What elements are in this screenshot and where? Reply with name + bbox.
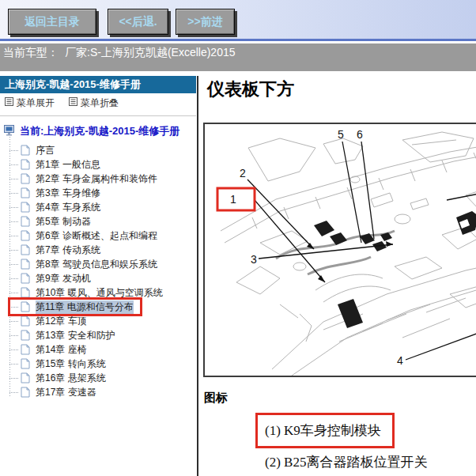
- tree-item-label: 第13章 安全和防护: [36, 329, 115, 342]
- callout-4: 4: [397, 354, 403, 367]
- content-pane: 仪表板下方: [199, 76, 476, 476]
- diagram-image: 1 2 3 4 5 6: [203, 123, 476, 377]
- callout-5: 5: [338, 128, 344, 141]
- tree-connector: [9, 164, 18, 165]
- page-title: 仪表板下方: [207, 77, 294, 101]
- document-icon: [21, 202, 30, 213]
- list-icon: [5, 97, 13, 108]
- tree-connector: [9, 236, 18, 236]
- tree-item-label: 第5章 制动器: [36, 215, 91, 229]
- tree-item-label: 第14章 座椅: [36, 343, 87, 357]
- tree-item-ch5[interactable]: 第5章 制动器: [0, 214, 196, 229]
- tree-item-label: 第11章 电源和信号分布: [36, 300, 134, 314]
- dashboard-diagram: 1 2 3 4 5 6: [205, 124, 476, 376]
- tree-connector: [9, 150, 18, 151]
- tree-connector: [9, 321, 18, 322]
- tree-item-label: 第1章 一般信息: [36, 158, 100, 172]
- document-icon: [21, 315, 30, 327]
- list-icon: [69, 97, 77, 108]
- tree-item-ch12[interactable]: 第12章 车顶: [0, 314, 196, 328]
- tree-item-ch6[interactable]: 第6章 诊断概述、起点和编程: [0, 229, 196, 243]
- document-icon: [21, 145, 30, 156]
- forward-button[interactable]: >>前进: [176, 9, 235, 35]
- tree-item-ch2[interactable]: 第2章 车身金属构件和装饰件: [0, 172, 196, 186]
- document-icon: [21, 372, 30, 383]
- tree-item-preface[interactable]: 序言: [0, 143, 196, 157]
- document-icon: [21, 287, 30, 298]
- document-icon: [21, 330, 30, 341]
- chapter-tree: 序言 第1章 一般信息 第2章 车身金属构件和装饰件 第3章 车身维修 第4章: [0, 143, 196, 399]
- tree-item-ch7[interactable]: 第7章 传动系统: [0, 243, 196, 257]
- current-vehicle-bar: 当前车型：厂家:S-上海别克凯越(Excelle)2015: [0, 43, 476, 71]
- tree-item-label: 第6章 诊断概述、起点和编程: [36, 229, 157, 243]
- document-icon: [21, 244, 30, 255]
- tree-item-label: 第16章 悬架系统: [36, 372, 106, 385]
- tree-item-label: 第10章 暖风、通风与空调系统: [36, 286, 163, 300]
- app-window: 返回主目录 <<后退. >>前进 当前车型：厂家:S-上海别克凯越(Excell…: [0, 0, 476, 476]
- sidebar-divider: [0, 115, 196, 116]
- tree-connector: [9, 364, 18, 365]
- tree-item-ch3[interactable]: 第3章 车身维修: [0, 186, 196, 200]
- tree-item-label: 第7章 传动系统: [36, 244, 100, 257]
- document-icon: [21, 273, 30, 284]
- tree-item-ch10[interactable]: 第10章 暖风、通风与空调系统: [0, 285, 196, 300]
- menu-collapse-button[interactable]: 菜单折叠: [69, 96, 119, 110]
- menu-controls: 菜单展开 菜单折叠: [0, 93, 196, 109]
- tree-item-ch17[interactable]: 第17章 变速器: [0, 385, 196, 399]
- sidebar: 上海别克-凯越-2015-维修手册 菜单展开 菜单折叠 当前:上海别克-凯越-2…: [0, 76, 196, 476]
- tree-item-label: 第8章 驾驶员信息和娱乐系统: [36, 258, 157, 271]
- document-icon: [21, 358, 30, 369]
- document-icon: [21, 187, 30, 198]
- tree-item-label: 第12章 车顶: [36, 315, 87, 328]
- tree-item-ch9[interactable]: 第9章 发动机: [0, 271, 196, 285]
- menu-expand-button[interactable]: 菜单展开: [5, 96, 55, 110]
- tree-connector: [9, 378, 18, 379]
- tree-item-ch13[interactable]: 第13章 安全和防护: [0, 328, 196, 342]
- legend-item-2: (2) B25离合器踏板位置开关: [265, 453, 427, 471]
- tree-connector: [9, 207, 18, 208]
- tree-item-label: 第9章 发动机: [36, 272, 91, 285]
- legend-item-1: (1) K9车身控制模块: [265, 421, 381, 440]
- tree-item-ch4[interactable]: 第4章 车身系统: [0, 200, 196, 214]
- tree-item-ch15[interactable]: 第15章 转向系统: [0, 357, 196, 371]
- computer-icon: [4, 125, 16, 138]
- tree-connector: [9, 293, 18, 293]
- back-button[interactable]: <<后退.: [108, 9, 168, 35]
- tree-connector: [9, 335, 18, 336]
- document-icon: [21, 387, 30, 398]
- menu-expand-label: 菜单展开: [17, 96, 55, 110]
- document-icon: [21, 173, 30, 184]
- tree-item-ch1[interactable]: 第1章 一般信息: [0, 157, 196, 172]
- tree-item-ch16[interactable]: 第16章 悬架系统: [0, 371, 196, 385]
- callout-arrowheads: [307, 241, 476, 337]
- tree-item-label: 第2章 车身金属构件和装饰件: [36, 172, 157, 186]
- top-toolbar: 返回主目录 <<后退. >>前进: [0, 0, 476, 41]
- current-vehicle-value: 厂家:S-上海别克凯越(Excelle)2015: [65, 46, 236, 59]
- component-blobs: [314, 211, 476, 328]
- callout-leaders: [247, 142, 476, 360]
- document-icon: [21, 344, 30, 355]
- return-main-menu-button[interactable]: 返回主目录: [8, 9, 96, 35]
- document-icon: [21, 230, 30, 241]
- tree-connector: [9, 221, 18, 222]
- document-icon: [21, 159, 30, 170]
- tree-item-ch8[interactable]: 第8章 驾驶员信息和娱乐系统: [0, 257, 196, 271]
- pane-divider: [197, 76, 198, 476]
- tree-item-label: 第15章 转向系统: [36, 357, 106, 371]
- current-vehicle-label: 当前车型：: [3, 46, 59, 59]
- legend-heading: 图标: [204, 391, 228, 406]
- tree-item-label: 第3章 车身维修: [36, 187, 100, 200]
- sidebar-title: 上海别克-凯越-2015-维修手册: [0, 76, 196, 93]
- current-manual-row: 当前:上海别克-凯越-2015-维修手册: [0, 121, 196, 140]
- tree-connector: [9, 392, 18, 393]
- tree-item-ch14[interactable]: 第14章 座椅: [0, 342, 196, 357]
- tree-connector: [9, 307, 18, 308]
- callout-3: 3: [251, 253, 257, 266]
- callout-2: 2: [240, 167, 246, 179]
- tree-item-label: 第4章 车身系统: [36, 201, 100, 214]
- tree-connector: [9, 264, 18, 265]
- tree-item-ch11-selected[interactable]: 第11章 电源和信号分布: [0, 300, 196, 314]
- callout-6: 6: [357, 128, 363, 141]
- tree-connector: [9, 349, 18, 350]
- menu-collapse-label: 菜单折叠: [81, 96, 119, 110]
